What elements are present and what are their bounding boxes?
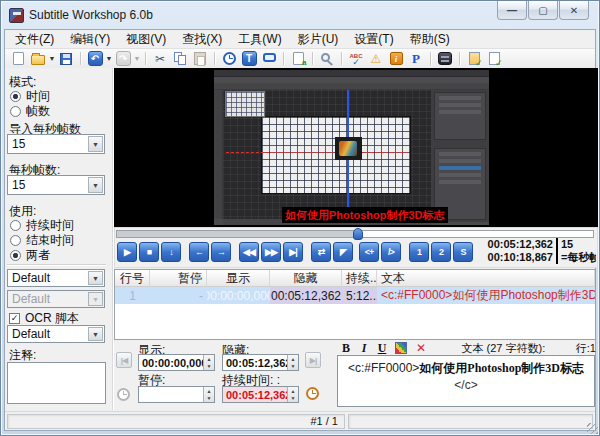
scroll-list-button[interactable]: ↓ <box>161 242 181 262</box>
menu-movie[interactable]: 影片(U) <box>290 29 347 50</box>
repeat-button[interactable]: ⇄ <box>311 242 331 262</box>
search-icon <box>321 53 330 62</box>
duration-field[interactable]: 00:05:12,362 ▲▼ <box>222 386 299 403</box>
video-preview-button[interactable] <box>436 50 454 67</box>
stop-button[interactable]: ■ <box>139 242 159 262</box>
jump-start-icon[interactable]: |◀ <box>116 352 132 368</box>
spinner[interactable]: ▲▼ <box>287 355 298 370</box>
col-hide[interactable]: 隐藏 <box>270 270 342 286</box>
set-hide-time-button[interactable]: /> <box>381 242 401 262</box>
current-time: 00:05:12,362 <box>488 238 553 251</box>
mode-frames-radio[interactable]: 帧数 <box>10 103 50 120</box>
playback-rate-button[interactable]: ▶| <box>283 242 303 262</box>
clear-format-button[interactable]: ✕ <box>411 341 431 355</box>
new-file-button[interactable] <box>9 50 27 67</box>
close-button[interactable]: ✕ <box>559 1 589 20</box>
seek-thumb[interactable] <box>353 228 363 240</box>
error-check-button[interactable]: ⚠ <box>367 50 385 67</box>
show-time-field[interactable]: 00:00:00,000 ▲▼ <box>138 354 215 371</box>
ocr-fix-button[interactable]: ✓ <box>485 50 503 67</box>
copy-button[interactable] <box>171 50 189 67</box>
open-dropdown-arrow[interactable]: ▼ <box>48 55 56 62</box>
fast-forward-button[interactable]: ▶▶ <box>261 242 281 262</box>
set-show-time-button[interactable]: <+ <box>359 242 379 262</box>
chevron-down-icon[interactable]: ▼ <box>88 177 103 193</box>
ocr-check-button[interactable]: ✓ <box>465 50 483 67</box>
undo-button[interactable]: ↶ <box>86 50 104 67</box>
col-show[interactable]: 显示 <box>207 270 270 286</box>
resize-grip[interactable] <box>587 423 598 434</box>
hide-time-field[interactable]: 00:05:12,362 ▲▼ <box>222 354 299 371</box>
jump-end-icon[interactable]: ▶| <box>305 352 321 368</box>
col-pause[interactable]: 暂停 <box>150 270 207 286</box>
redo-button[interactable]: ↷ <box>114 50 132 67</box>
pascal-script-button[interactable]: P <box>407 50 425 67</box>
duration-clock-icon[interactable] <box>306 387 319 400</box>
previous-subtitle-button[interactable]: ← <box>189 242 209 262</box>
chevron-down-icon[interactable]: ▼ <box>88 327 103 341</box>
ocr-fix-icon: ✓ <box>489 52 500 65</box>
pause-clock-icon <box>117 388 130 401</box>
translate-button[interactable]: a <box>289 50 307 67</box>
app-window: Subtitle Workshop 6.0b — ▢ ✕ 文件(Z) 编辑(Y)… <box>0 0 600 436</box>
menu-view[interactable]: 视图(V) <box>118 29 174 50</box>
chevron-down-icon[interactable]: ▼ <box>88 271 103 285</box>
ocr-script-select[interactable]: Default ▼ <box>7 325 105 343</box>
information-button[interactable]: i <box>387 50 405 67</box>
menu-settings[interactable]: 设置(T) <box>346 29 401 50</box>
table-row[interactable]: 1 - 00:00:00,000 00:05:12,362 5:12... <c… <box>115 287 595 304</box>
texts-mode-button[interactable]: T <box>240 50 258 67</box>
undo-icon: ↶ <box>88 51 103 66</box>
menu-search[interactable]: 查找(X) <box>174 29 230 50</box>
adjust-time-button[interactable] <box>220 50 238 67</box>
menu-edit[interactable]: 编辑(Y) <box>62 29 118 50</box>
paste-button[interactable] <box>191 50 209 67</box>
col-duration[interactable]: 持续... <box>342 270 377 286</box>
radio-dot <box>10 220 21 231</box>
comments-textarea[interactable] <box>7 362 106 404</box>
fps-select[interactable]: 15 ▼ <box>7 175 105 195</box>
spinner[interactable]: ▲▼ <box>203 355 214 370</box>
menu-tools[interactable]: 工具(W) <box>230 29 289 50</box>
undo-dropdown-arrow[interactable]: ▼ <box>105 55 113 62</box>
seek-bar[interactable] <box>116 230 594 238</box>
spinner[interactable]: ▲▼ <box>287 387 298 402</box>
subtitle-mode-button[interactable] <box>260 50 278 67</box>
spinner[interactable]: ▲▼ <box>203 387 214 402</box>
status-position-panel: #1 / 1 <box>7 414 345 429</box>
open-file-button[interactable] <box>29 50 47 67</box>
maximize-button[interactable]: ▢ <box>528 1 558 20</box>
rewind-button[interactable]: ◀◀ <box>239 242 259 262</box>
menu-help[interactable]: 帮助(S) <box>402 29 458 50</box>
spellcheck-button[interactable]: ABC✓ <box>347 50 365 67</box>
subtitle-list: 行号 暂停 显示 隐藏 持续... 文本 1 - 00:00:00,000 00… <box>114 269 596 340</box>
chevron-down-icon[interactable]: ▼ <box>88 136 103 152</box>
charset-primary-select[interactable]: Default ▼ <box>7 269 105 287</box>
ps-canvas <box>223 90 431 219</box>
play-button[interactable]: ▶ <box>117 242 137 262</box>
cell-number: 1 <box>115 287 150 304</box>
radio-dot <box>10 106 21 117</box>
col-text[interactable]: 文本 <box>377 270 595 286</box>
col-number[interactable]: 行号 <box>115 270 150 286</box>
menu-file[interactable]: 文件(Z) <box>7 29 62 50</box>
color-palette-icon[interactable] <box>395 342 407 354</box>
ps-3d-logo <box>339 141 357 156</box>
minimize-button[interactable]: — <box>497 1 527 20</box>
input-fps-select[interactable]: 15 ▼ <box>7 134 105 154</box>
cut-button[interactable]: ✂ <box>151 50 169 67</box>
redo-dropdown-arrow[interactable]: ▼ <box>133 55 141 62</box>
pause-field[interactable]: ▲▼ <box>138 386 215 403</box>
add-sync-point-button[interactable]: S <box>453 242 473 262</box>
sync-point-2-button[interactable]: 2 <box>431 242 451 262</box>
next-subtitle-button[interactable]: → <box>211 242 231 262</box>
move-subtitle-button[interactable]: ◤ <box>333 242 353 262</box>
italic-button[interactable]: I <box>355 341 373 356</box>
save-button[interactable] <box>57 50 75 67</box>
subtitle-text-editor[interactable]: <c:#FF0000>如何使用Photoshop制作3D标志 </c> <box>337 355 595 407</box>
bold-button[interactable]: B <box>337 341 355 356</box>
underline-button[interactable]: U <box>373 341 391 356</box>
search-button[interactable] <box>318 50 336 67</box>
sync-point-1-button[interactable]: 1 <box>409 242 429 262</box>
video-preview: 如何使用Photoshop制作3D标志 <box>114 68 598 227</box>
